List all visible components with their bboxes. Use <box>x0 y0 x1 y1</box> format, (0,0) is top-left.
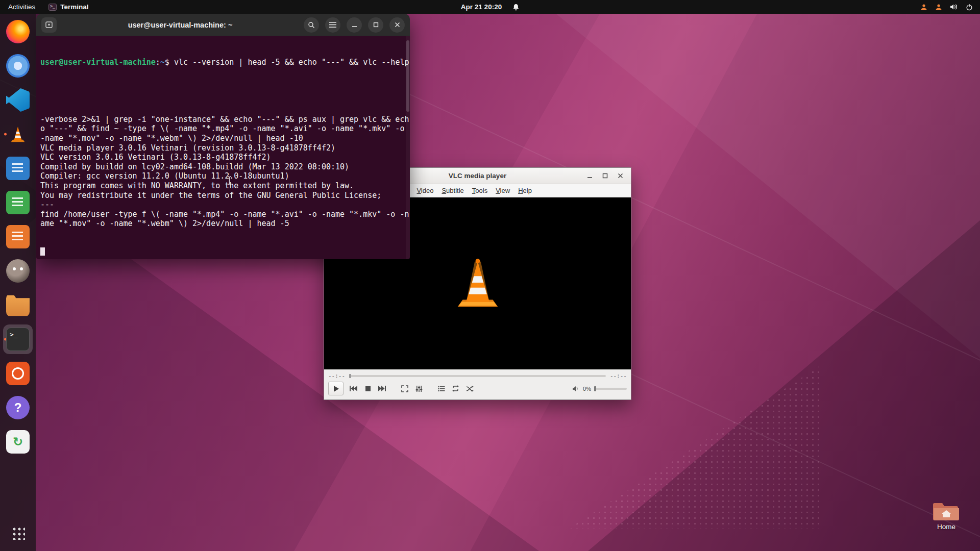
vlc-menu-item[interactable]: Video <box>412 185 437 196</box>
terminal-title: user@user-virtual-machine: ~ <box>63 21 298 29</box>
extended-settings-button[interactable] <box>412 382 425 395</box>
help-icon <box>6 396 30 419</box>
terminal-output-lines: -verbose 2>&1 | grep -i "one-instance" &… <box>40 86 409 229</box>
dock-item-terminal[interactable] <box>3 324 33 354</box>
firefox-icon <box>6 20 30 43</box>
menu-button[interactable] <box>325 17 340 33</box>
dock-item-trash[interactable] <box>3 427 33 457</box>
terminal-icon <box>6 328 30 351</box>
activities-button[interactable]: Activities <box>8 3 35 11</box>
dock-item-libreoffice-impress[interactable] <box>3 222 33 252</box>
stop-button[interactable] <box>361 382 374 395</box>
clock-menu[interactable]: Apr 21 20:20 <box>461 3 519 11</box>
files-icon <box>6 293 30 317</box>
terminal-output[interactable]: user@user-virtual-machine:~$ vlc --versi… <box>36 36 410 259</box>
fullscreen-button[interactable] <box>398 382 411 395</box>
dock-item-files[interactable] <box>3 290 33 320</box>
terminal-line: o "---" && find ~ -type f \( -name "*.mp… <box>40 124 409 134</box>
volume-slider[interactable] <box>594 388 627 390</box>
system-status-area[interactable] <box>920 4 980 11</box>
terminal-line: VLC media player 3.0.16 Vetinari (revisi… <box>40 143 409 153</box>
minimize-button[interactable] <box>347 17 362 33</box>
libreoffice-calc-icon <box>6 191 30 214</box>
search-button[interactable] <box>304 17 319 33</box>
clock-label: Apr 21 20:20 <box>461 3 502 11</box>
vlc-total-time: --:-- <box>610 372 627 379</box>
vlc-minimize-button[interactable] <box>584 170 595 182</box>
notification-bell-icon <box>513 4 519 11</box>
terminal-line: --- <box>40 200 409 210</box>
terminal-line: ame "*.mov" -o -name "*.webm" \) 2>/dev/… <box>40 219 409 229</box>
dock-item-libreoffice-writer[interactable] <box>3 154 33 183</box>
home-folder-shortcut[interactable]: Home <box>930 499 963 531</box>
terminal-window: user@user-virtual-machine: ~ user@user-v… <box>36 14 410 259</box>
vlc-menu-item[interactable]: Tools <box>468 185 492 196</box>
running-indicator <box>4 133 7 136</box>
terminal-line: -verbose 2>&1 | grep -i "one-instance" &… <box>40 115 409 124</box>
dock-item-chromium[interactable] <box>3 51 33 81</box>
chromium-icon <box>6 54 30 78</box>
terminal-app-icon <box>48 4 57 11</box>
user-indicator-icon <box>935 4 942 11</box>
libreoffice-writer-icon <box>6 157 30 180</box>
playlist-button[interactable] <box>435 382 448 395</box>
terminal-line: This program comes with NO WARRANTY, to … <box>40 181 409 191</box>
loop-button[interactable] <box>449 382 462 395</box>
gimp-icon <box>6 259 30 283</box>
previous-button[interactable] <box>347 382 360 395</box>
volume-status-icon <box>950 4 958 10</box>
terminal-scrollbar[interactable] <box>406 36 410 259</box>
app-grid-icon <box>11 526 25 540</box>
trash-icon <box>6 430 30 454</box>
dock-item-gimp[interactable] <box>3 256 33 286</box>
dock-item-firefox[interactable] <box>3 17 33 46</box>
dock-item-ubuntu-software[interactable] <box>3 359 33 388</box>
terminal-line: VLC version 3.0.16 Vetinari (3.0.13-8-g4… <box>40 153 409 162</box>
terminal-line: find /home/user -type f \( -name "*.mp4"… <box>40 210 409 219</box>
vlc-menu-item[interactable]: Subtitle <box>437 185 468 196</box>
terminal-line: -name "*.mov" -o -name "*.webm" \) 2>/de… <box>40 134 409 143</box>
play-button[interactable] <box>328 382 344 395</box>
close-button[interactable] <box>389 17 405 33</box>
home-folder-icon <box>933 499 960 521</box>
vlc-seek-slider[interactable] <box>349 375 606 377</box>
terminal-prompt-line: user@user-virtual-machine:~$ vlc --versi… <box>40 58 409 67</box>
dock-item-vlc[interactable] <box>3 119 33 149</box>
command-text: vlc --version | head -5 && echo "---" &&… <box>174 58 409 67</box>
prompt-user-host: user@user-virtual-machine <box>40 58 156 67</box>
vlc-maximize-button[interactable] <box>599 170 610 182</box>
show-applications-button[interactable] <box>7 521 29 544</box>
prompt-directory: ~ <box>160 58 165 67</box>
volume-icon[interactable] <box>572 386 580 392</box>
libreoffice-impress-icon <box>6 225 30 248</box>
new-tab-button[interactable] <box>41 17 57 33</box>
user-indicator-icon <box>920 4 927 11</box>
mouse-text-cursor <box>227 157 254 204</box>
dock-item-libreoffice-calc[interactable] <box>3 188 33 217</box>
top-bar: Activities Terminal Apr 21 20:20 <box>0 0 980 14</box>
power-status-icon <box>966 4 973 11</box>
ubuntu-software-icon <box>6 362 30 385</box>
vlc-elapsed-time: --:-- <box>328 372 345 379</box>
terminal-line: You may redistribute it under the terms … <box>40 191 409 201</box>
terminal-header[interactable]: user@user-virtual-machine: ~ <box>36 14 410 36</box>
random-button[interactable] <box>463 382 476 395</box>
vlc-icon <box>8 124 28 144</box>
terminal-cursor-line <box>40 247 409 257</box>
terminal-cursor <box>40 247 45 256</box>
focused-app-name: Terminal <box>60 3 88 11</box>
vlc-close-button[interactable] <box>615 170 626 182</box>
terminal-scrollbar-thumb[interactable] <box>406 40 409 112</box>
vlc-controls: --:-- --:-- <box>324 369 631 399</box>
vlc-menu-item[interactable]: View <box>492 185 514 196</box>
vlc-menu-item[interactable]: Help <box>514 185 536 196</box>
next-button[interactable] <box>376 382 388 395</box>
dock <box>0 14 36 551</box>
home-folder-label: Home <box>937 523 955 531</box>
terminal-line: Compiled by buildd on lcy02-amd64-108.bu… <box>40 162 409 172</box>
vscode-icon <box>6 88 30 112</box>
focused-app-menu[interactable]: Terminal <box>48 3 88 11</box>
dock-item-vscode[interactable] <box>3 85 33 115</box>
dock-item-help[interactable] <box>3 393 33 422</box>
maximize-button[interactable] <box>368 17 383 33</box>
